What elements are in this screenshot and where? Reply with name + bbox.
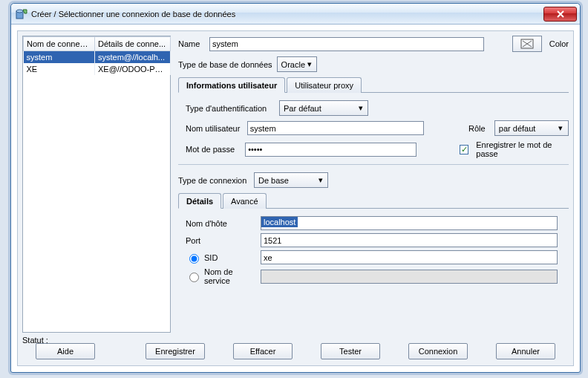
list-row[interactable]: XE XE@//ODOO-PC:...: [24, 63, 171, 75]
port-label: Port: [186, 236, 256, 245]
chevron-down-icon: ▾: [555, 123, 566, 133]
sid-input[interactable]: [261, 250, 558, 264]
chevron-down-icon: ▾: [355, 103, 366, 113]
save-button[interactable]: Enregistrer: [146, 343, 205, 359]
pass-label: Mot de passe: [186, 145, 241, 154]
svg-point-1: [16, 10, 23, 13]
dbtype-dropdown[interactable]: Oracle ▾: [277, 56, 317, 72]
close-button[interactable]: [543, 7, 577, 22]
col-header-name[interactable]: Nom de connexion: [24, 37, 95, 51]
username-input[interactable]: [247, 121, 424, 135]
role-label: Rôle: [468, 124, 490, 133]
chevron-down-icon: ▾: [305, 59, 315, 69]
connections-list[interactable]: Nom de connexion Détails de conne... sys…: [22, 36, 171, 333]
auth-label: Type d'authentification: [186, 104, 275, 113]
service-input: [261, 270, 558, 284]
close-icon: [557, 10, 564, 18]
color-label: Color: [546, 39, 569, 48]
dbtype-label: Type de base de données: [178, 60, 272, 69]
password-input[interactable]: [245, 143, 416, 157]
dialog-window: Créer / Sélectionner une connexion de ba…: [10, 3, 581, 373]
chevron-down-icon: ▾: [315, 175, 326, 185]
clear-button[interactable]: Effacer: [233, 343, 293, 359]
window-title: Créer / Sélectionner une connexion de ba…: [31, 10, 543, 19]
tab-proxy-user[interactable]: Utilisateur proxy: [287, 77, 362, 93]
conntype-dropdown[interactable]: De base ▾: [254, 172, 328, 188]
connect-button[interactable]: Connexion: [408, 343, 468, 359]
form-panel: Name Color Type de base de données Oracl…: [178, 36, 569, 333]
cancel-button[interactable]: Annuler: [496, 343, 555, 359]
test-button[interactable]: Tester: [321, 343, 380, 359]
list-row[interactable]: system system@//localh...: [24, 51, 171, 64]
color-button[interactable]: [512, 36, 542, 52]
tab-user-info[interactable]: Informations utilisateur: [178, 77, 285, 93]
host-input[interactable]: localhost: [261, 216, 558, 230]
button-bar: Aide Enregistrer Effacer Tester Connexio…: [18, 343, 573, 359]
role-dropdown[interactable]: par défaut ▾: [494, 120, 569, 136]
name-label: Name: [178, 39, 205, 48]
sid-radio[interactable]: SID: [186, 252, 256, 264]
color-swatch-icon: [520, 39, 534, 49]
tab-details[interactable]: Détails: [178, 193, 221, 209]
divider: [178, 164, 569, 165]
col-header-details[interactable]: Détails de conne...: [95, 37, 171, 51]
savepass-checkbox[interactable]: [460, 145, 468, 154]
conntype-label: Type de connexion: [178, 176, 249, 185]
auth-dropdown[interactable]: Par défaut ▾: [279, 100, 368, 116]
host-label: Nom d'hôte: [186, 219, 256, 228]
savepass-label: Enregistrer le mot de passe: [476, 140, 569, 158]
tab-advanced[interactable]: Avancé: [223, 193, 267, 209]
conn-tabs: Détails Avancé: [178, 192, 569, 209]
name-input[interactable]: [209, 37, 484, 51]
titlebar[interactable]: Créer / Sélectionner une connexion de ba…: [11, 4, 580, 25]
dialog-body: Nom de connexion Détails de conne... sys…: [17, 30, 574, 366]
user-tabs: Informations utilisateur Utilisateur pro…: [178, 76, 569, 93]
service-radio[interactable]: Nom de service: [186, 267, 256, 285]
db-icon: [16, 9, 27, 19]
help-button[interactable]: Aide: [36, 343, 95, 359]
user-label: Nom utilisateur: [186, 124, 243, 133]
port-input[interactable]: [261, 233, 558, 247]
